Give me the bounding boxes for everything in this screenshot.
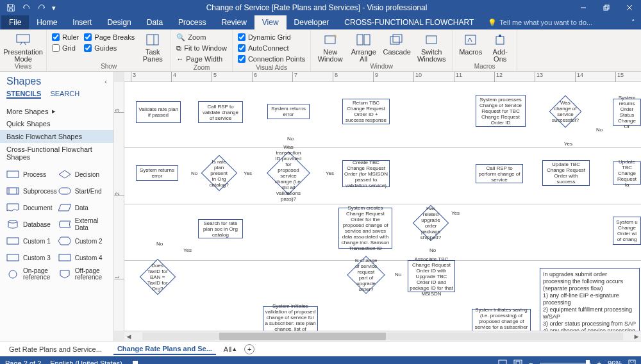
shape-custom3[interactable]: Custom 3 bbox=[6, 251, 57, 265]
shapes-collapse-button[interactable]: ‹ bbox=[104, 78, 107, 85]
cascade-button[interactable]: Cascade bbox=[383, 32, 411, 56]
task-panes-button[interactable]: Task Panes bbox=[140, 32, 165, 63]
flowchart-shape[interactable]: System returns Order Status Change Or bbox=[613, 99, 641, 126]
tab-home[interactable]: Home bbox=[29, 15, 65, 29]
sheet-tab-all[interactable]: All ▴ bbox=[224, 345, 237, 353]
close-button[interactable] bbox=[618, 0, 641, 15]
dynamic-grid-checkbox[interactable]: Dynamic Grid bbox=[238, 32, 305, 42]
language-indicator[interactable]: English (United States) bbox=[50, 360, 122, 364]
page-width-button[interactable]: ↔Page Width bbox=[176, 54, 227, 64]
shape-onpage-reference[interactable]: On-page reference bbox=[6, 267, 57, 281]
shapes-tab-search[interactable]: SEARCH bbox=[50, 90, 79, 99]
tab-file[interactable]: File bbox=[1, 15, 29, 29]
horizontal-scrollbar[interactable]: ◄ ► bbox=[124, 331, 641, 341]
shape-custom2[interactable]: Custom 2 bbox=[58, 234, 107, 248]
scroll-left-button[interactable]: ◄ bbox=[124, 333, 133, 340]
presentation-mode-button[interactable]: Presentation Mode bbox=[5, 32, 41, 63]
grid-checkbox[interactable]: Grid bbox=[52, 43, 79, 53]
tell-me-search[interactable]: 💡 Tell me what you want to do... bbox=[481, 15, 626, 29]
shape-offpage-reference[interactable]: Off-page reference bbox=[58, 267, 107, 281]
shapes-tab-stencils[interactable]: STENCILS bbox=[6, 90, 41, 99]
flowchart-shape[interactable]: System creates Change Request Order for … bbox=[338, 208, 392, 249]
shape-decision[interactable]: Decision bbox=[58, 167, 107, 181]
shape-custom1[interactable]: Custom 1 bbox=[6, 234, 57, 248]
tab-insert[interactable]: Insert bbox=[65, 15, 99, 29]
stencil-quick-shapes[interactable]: Quick Shapes bbox=[0, 117, 113, 130]
shape-document[interactable]: Document bbox=[6, 201, 57, 215]
redo-button[interactable] bbox=[35, 1, 49, 15]
restore-button[interactable] bbox=[595, 0, 618, 15]
fit-window-button[interactable]: ⧉Fit to Window bbox=[176, 43, 227, 53]
zoom-in-button[interactable]: + bbox=[597, 360, 601, 364]
flowchart-decision[interactable]: Is rate plan present in Org catalog? bbox=[201, 155, 238, 192]
shape-external-data[interactable]: External Data bbox=[58, 217, 107, 231]
shape-subprocess[interactable]: Subprocess bbox=[6, 184, 57, 198]
sheet-tab-2[interactable]: Change Rate Plans and Se... bbox=[113, 343, 216, 355]
flowchart-shape[interactable]: System initiates saving (i.e. processing… bbox=[472, 309, 531, 331]
tab-design[interactable]: Design bbox=[99, 15, 138, 29]
drawing-canvas[interactable]: Validate rate plan if passed Call RSP to… bbox=[124, 82, 641, 331]
flowchart-shape[interactable]: Validate rate plan if passed bbox=[136, 101, 181, 123]
tab-process[interactable]: Process bbox=[171, 15, 213, 29]
fit-window-status-button[interactable] bbox=[628, 360, 636, 364]
tab-data[interactable]: Data bbox=[139, 15, 171, 29]
flowchart-shape[interactable]: Call RSP to perform change of service bbox=[476, 164, 523, 183]
record-macro-icon[interactable] bbox=[131, 360, 139, 364]
addons-button[interactable]: Add- Ons bbox=[488, 32, 512, 63]
flowchart-shape[interactable]: Return TBC Change Request Order ID + suc… bbox=[342, 99, 390, 124]
scroll-thumb[interactable] bbox=[219, 333, 386, 340]
flowchart-decision[interactable]: Was change of service successful? bbox=[549, 95, 582, 128]
flowchart-shape[interactable]: System initiates validation of proposed … bbox=[263, 306, 318, 331]
flowchart-shape[interactable]: Create TBC Change Request Order (for MSI… bbox=[342, 160, 390, 187]
flowchart-shape[interactable]: Call RSP to validate change of service bbox=[198, 101, 243, 123]
flowchart-note[interactable]: In upgrades submit order processing the … bbox=[540, 268, 640, 331]
shape-custom4[interactable]: Custom 4 bbox=[58, 251, 107, 265]
stencil-cross-functional[interactable]: Cross-Functional Flowchart Shapes bbox=[0, 143, 113, 163]
presentation-view-icon[interactable] bbox=[498, 360, 507, 364]
flowchart-shape[interactable]: Associate TBC Change Request Order ID wi… bbox=[408, 260, 455, 292]
zoom-button[interactable]: 🔍Zoom bbox=[176, 32, 227, 42]
flowchart-decision[interactable]: Is change of service request part of upg… bbox=[347, 256, 385, 294]
ruler-checkbox[interactable]: Ruler bbox=[52, 32, 79, 42]
flowchart-shape[interactable]: System returns error bbox=[136, 165, 178, 181]
autoconnect-checkbox[interactable]: AutoConnect bbox=[238, 43, 305, 53]
add-page-button[interactable]: + bbox=[244, 344, 254, 354]
fit-page-icon[interactable] bbox=[513, 360, 522, 364]
flowchart-shape[interactable]: System returns error bbox=[267, 104, 310, 119]
flowchart-shape[interactable]: System processes Change of Service Reque… bbox=[476, 95, 526, 127]
shape-data[interactable]: Data bbox=[58, 201, 107, 215]
arrange-all-button[interactable]: Arrange All bbox=[349, 32, 378, 63]
scroll-right-button[interactable]: ► bbox=[632, 333, 641, 340]
sheet-tab-1[interactable]: Get Rate Plans and Service... bbox=[5, 344, 106, 354]
guides-checkbox[interactable]: Guides bbox=[84, 43, 135, 53]
new-window-button[interactable]: New Window bbox=[316, 32, 344, 63]
save-button[interactable] bbox=[4, 1, 18, 15]
flowchart-decision[interactable]: Does TaxID for BAN = TaxID for Org? bbox=[140, 259, 176, 295]
flowchart-decision[interactable]: Was transaction ID provided for proposed… bbox=[267, 151, 310, 195]
zoom-out-button[interactable]: − bbox=[529, 360, 533, 364]
tab-developer[interactable]: Developer bbox=[287, 15, 337, 29]
shape-startend[interactable]: Start/End bbox=[58, 184, 107, 198]
tab-cross-functional-flowchart[interactable]: CROSS-FUNCTIONAL FLOWCHART bbox=[337, 15, 481, 29]
undo-button[interactable] bbox=[19, 1, 33, 15]
page-breaks-checkbox[interactable]: Page Breaks bbox=[84, 32, 135, 42]
more-shapes-button[interactable]: More Shapes▸ bbox=[0, 105, 113, 117]
macros-button[interactable]: Macros bbox=[458, 32, 483, 56]
flowchart-shape[interactable]: System u Change Order wi of chang bbox=[613, 217, 641, 245]
flowchart-shape[interactable]: Search for rate plan soc in Org catalog bbox=[198, 219, 243, 238]
zoom-slider-handle[interactable] bbox=[586, 360, 590, 364]
minimize-button[interactable] bbox=[572, 0, 595, 15]
connection-points-checkbox[interactable]: Connection Points bbox=[238, 54, 305, 64]
flowchart-decision[interactable]: Has related upgrade order package shippe… bbox=[413, 205, 449, 242]
stencil-basic-flowchart[interactable]: Basic Flowchart Shapes bbox=[0, 130, 113, 143]
tab-review[interactable]: Review bbox=[213, 15, 254, 29]
zoom-level[interactable]: 96% bbox=[608, 360, 622, 364]
shape-database[interactable]: Database bbox=[6, 217, 57, 231]
flowchart-shape[interactable]: Update TBC Change Request Order with suc… bbox=[542, 160, 590, 186]
ribbon-collapse-button[interactable]: ˄ bbox=[626, 15, 641, 29]
flowchart-shape[interactable]: Update TBC Change Request fa bbox=[613, 161, 641, 185]
tab-view[interactable]: View bbox=[254, 15, 287, 29]
shape-process[interactable]: Process bbox=[6, 167, 57, 181]
switch-windows-button[interactable]: Switch Windows bbox=[416, 32, 447, 63]
qat-customize-button[interactable]: ▾ bbox=[50, 1, 58, 15]
